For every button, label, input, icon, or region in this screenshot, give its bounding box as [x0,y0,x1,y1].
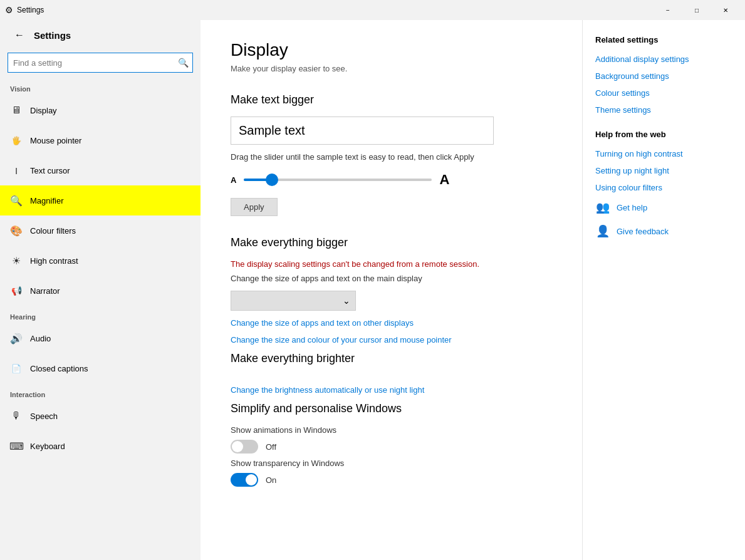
sidebar-item-magnifier[interactable]: 🔍 Magnifier [0,185,201,215]
sidebar-item-speech[interactable]: 🎙 Speech [0,401,201,431]
close-button[interactable]: ✕ [711,0,740,20]
back-button[interactable]: ← [10,26,29,44]
make-everything-bigger-heading: Make everything bigger [231,236,552,249]
drag-instruction: Drag the slider until the sample text is… [231,152,552,162]
text-cursor-icon: I [10,165,23,176]
closed-captions-icon: 📄 [10,364,23,373]
settings-icon: ⚙ [5,5,13,15]
sidebar-item-label: Mouse pointer [30,136,81,145]
other-displays-link[interactable]: Change the size of apps and text on othe… [231,318,552,328]
sidebar-item-colour-filters[interactable]: 🎨 Colour filters [0,215,201,246]
keyboard-icon: ⌨ [10,440,23,452]
sidebar-item-label: Colour filters [30,226,76,236]
sidebar-item-mouse-pointer[interactable]: 🖐 Mouse pointer [0,125,201,155]
minimize-button[interactable]: − [654,0,682,20]
page-subtitle: Make your display easier to see. [231,64,552,73]
sidebar-item-label: Audio [30,334,51,343]
magnifier-icon: 🔍 [10,195,23,207]
make-everything-brighter-heading: Make everything brighter [231,352,552,365]
background-settings-link[interactable]: Background settings [595,71,732,81]
search-input[interactable] [8,53,193,73]
colour-settings-link[interactable]: Colour settings [595,88,732,98]
chevron-down-icon: ⌄ [343,296,350,306]
additional-display-link[interactable]: Additional display settings [595,54,732,64]
section-label-interaction: Interaction [0,386,201,401]
scaling-error-text: The display scaling settings can't be ch… [231,259,552,269]
sidebar-item-label: Keyboard [30,442,65,451]
slider-large-label: A [439,172,449,188]
narrator-icon: 📢 [10,286,23,296]
give-feedback-link[interactable]: Give feedback [617,227,669,236]
main-content: Display Make your display easier to see.… [201,20,582,560]
titlebar: ⚙ Settings − □ ✕ [0,0,745,20]
section-label-vision: Vision [0,80,201,95]
show-animations-label: Show animations in Windows [231,425,552,435]
slider-small-label: A [231,175,236,185]
using-colour-filters-link[interactable]: Using colour filters [595,183,732,192]
display-icon: 🖥 [10,105,23,116]
display-size-dropdown[interactable]: ⌄ [231,291,356,311]
audio-icon: 🔊 [10,333,23,345]
mouse-pointer-icon: 🖐 [10,136,23,145]
text-size-slider-row: A A [231,172,552,188]
sidebar-item-high-contrast[interactable]: ☀ High contrast [0,246,201,276]
theme-settings-link[interactable]: Theme settings [595,105,732,115]
sidebar-item-text-cursor[interactable]: I Text cursor [0,155,201,185]
sidebar-item-audio[interactable]: 🔊 Audio [0,323,201,353]
related-settings-title: Related settings [595,35,732,44]
high-contrast-icon: ☀ [10,255,23,267]
show-transparency-label: Show transparency in Windows [231,459,552,468]
show-transparency-toggle-row: On [231,473,552,487]
search-icon[interactable]: 🔍 [173,53,193,73]
maximize-button[interactable]: □ [682,0,711,20]
sidebar-app-title: Settings [34,30,71,41]
right-panel: Related settings Additional display sett… [582,20,745,560]
setting-up-night-light-link[interactable]: Setting up night light [595,166,732,175]
search-box: 🔍 [8,53,193,73]
get-help-link[interactable]: Get help [617,203,647,212]
get-help-row[interactable]: 👥 Get help [595,200,732,215]
sidebar-item-label: Speech [30,412,58,421]
sample-text-box: Sample text [231,117,494,145]
sidebar-item-narrator[interactable]: 📢 Narrator [0,276,201,306]
give-feedback-row[interactable]: 👤 Give feedback [595,224,732,239]
speech-icon: 🎙 [10,410,23,422]
make-text-bigger-heading: Make text bigger [231,93,552,106]
show-transparency-value: On [266,475,276,485]
size-description: Change the size of apps and text on the … [231,274,552,283]
turning-on-high-contrast-link[interactable]: Turning on high contrast [595,149,732,158]
cursor-link[interactable]: Change the size and colour of your curso… [231,335,552,345]
titlebar-controls: − □ ✕ [654,0,740,20]
sidebar-item-label: High contrast [30,256,78,266]
sidebar-item-label: Closed captions [30,364,88,373]
get-help-icon: 👥 [595,200,610,215]
slider-thumb[interactable] [266,174,278,186]
text-size-slider[interactable] [244,179,432,181]
page-title: Display [231,40,552,60]
show-animations-value: Off [266,442,276,452]
sidebar-item-label: Narrator [30,286,60,296]
colour-filters-icon: 🎨 [10,225,23,237]
sidebar-item-keyboard[interactable]: ⌨ Keyboard [0,431,201,461]
app-container: ← Settings 🔍 Vision 🖥 Display 🖐 Mouse po… [0,20,745,560]
section-label-hearing: Hearing [0,308,201,323]
simplify-heading: Simplify and personalise Windows [231,402,552,415]
sidebar-item-label: Text cursor [30,166,70,175]
show-animations-toggle[interactable] [231,440,258,454]
sidebar-header: ← Settings [0,20,201,50]
titlebar-title: Settings [17,6,654,14]
show-animations-toggle-row: Off [231,440,552,454]
sidebar: ← Settings 🔍 Vision 🖥 Display 🖐 Mouse po… [0,20,201,560]
sidebar-item-label: Magnifier [30,196,63,205]
sidebar-item-display[interactable]: 🖥 Display [0,95,201,125]
apply-button[interactable]: Apply [231,198,278,216]
help-from-web-title: Help from the web [595,130,732,139]
show-transparency-toggle[interactable] [231,473,258,487]
sidebar-item-label: Display [30,106,57,115]
brightness-link[interactable]: Change the brightness automatically or u… [231,385,552,395]
sidebar-item-closed-captions[interactable]: 📄 Closed captions [0,353,201,383]
give-feedback-icon: 👤 [595,224,610,239]
